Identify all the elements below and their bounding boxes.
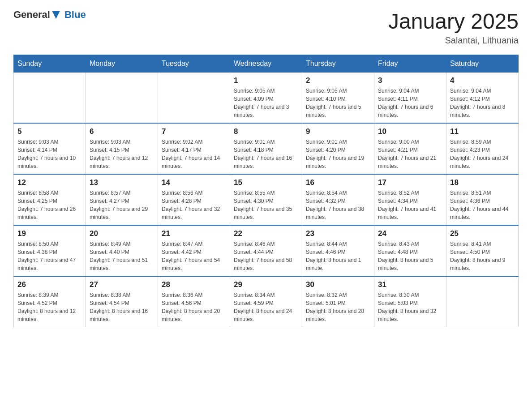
day-info: Sunrise: 8:52 AM Sunset: 4:34 PM Dayligh… bbox=[378, 189, 442, 221]
day-number: 31 bbox=[378, 280, 442, 289]
cell-w2-d6: 10Sunrise: 9:00 AM Sunset: 4:21 PM Dayli… bbox=[374, 123, 446, 174]
day-number: 8 bbox=[234, 127, 298, 136]
day-number: 27 bbox=[90, 280, 154, 289]
day-info: Sunrise: 9:02 AM Sunset: 4:17 PM Dayligh… bbox=[162, 138, 226, 170]
cell-w1-d7: 4Sunrise: 9:04 AM Sunset: 4:12 PM Daylig… bbox=[446, 73, 519, 124]
cell-w5-d6: 31Sunrise: 8:30 AM Sunset: 5:03 PM Dayli… bbox=[374, 276, 446, 327]
cell-w5-d4: 29Sunrise: 8:34 AM Sunset: 4:59 PM Dayli… bbox=[230, 276, 302, 327]
cell-w2-d3: 7Sunrise: 9:02 AM Sunset: 4:17 PM Daylig… bbox=[158, 123, 230, 174]
day-info: Sunrise: 9:01 AM Sunset: 4:18 PM Dayligh… bbox=[234, 138, 298, 170]
week-row-5: 26Sunrise: 8:39 AM Sunset: 4:52 PM Dayli… bbox=[14, 276, 519, 327]
header-tuesday: Tuesday bbox=[158, 55, 230, 73]
cell-w1-d5: 2Sunrise: 9:05 AM Sunset: 4:10 PM Daylig… bbox=[302, 73, 374, 124]
day-number: 7 bbox=[162, 127, 226, 136]
header-saturday: Saturday bbox=[446, 55, 519, 73]
day-info: Sunrise: 8:50 AM Sunset: 4:38 PM Dayligh… bbox=[17, 240, 82, 272]
day-info: Sunrise: 8:38 AM Sunset: 4:54 PM Dayligh… bbox=[90, 291, 154, 323]
cell-w4-d3: 21Sunrise: 8:47 AM Sunset: 4:42 PM Dayli… bbox=[158, 225, 230, 276]
day-number: 1 bbox=[234, 76, 298, 85]
cell-w2-d5: 9Sunrise: 9:01 AM Sunset: 4:20 PM Daylig… bbox=[302, 123, 374, 174]
title-section: January 2025 Salantai, Lithuania bbox=[388, 9, 519, 46]
day-info: Sunrise: 8:41 AM Sunset: 4:50 PM Dayligh… bbox=[450, 240, 515, 272]
day-number: 22 bbox=[234, 229, 298, 238]
day-number: 9 bbox=[306, 127, 370, 136]
day-number: 30 bbox=[306, 280, 370, 289]
day-number: 13 bbox=[90, 178, 154, 187]
cell-w5-d1: 26Sunrise: 8:39 AM Sunset: 4:52 PM Dayli… bbox=[14, 276, 86, 327]
day-number: 2 bbox=[306, 76, 370, 85]
cell-w1-d4: 1Sunrise: 9:05 AM Sunset: 4:09 PM Daylig… bbox=[230, 73, 302, 124]
cell-w5-d5: 30Sunrise: 8:32 AM Sunset: 5:01 PM Dayli… bbox=[302, 276, 374, 327]
day-number: 16 bbox=[306, 178, 370, 187]
day-info: Sunrise: 8:55 AM Sunset: 4:30 PM Dayligh… bbox=[234, 189, 298, 221]
header-row: Sunday Monday Tuesday Wednesday Thursday… bbox=[14, 55, 519, 73]
logo-triangle-icon bbox=[52, 11, 60, 19]
day-info: Sunrise: 9:04 AM Sunset: 4:11 PM Dayligh… bbox=[378, 87, 442, 119]
cell-w4-d1: 19Sunrise: 8:50 AM Sunset: 4:38 PM Dayli… bbox=[14, 225, 86, 276]
calendar-subtitle: Salantai, Lithuania bbox=[388, 35, 519, 46]
header-friday: Friday bbox=[374, 55, 446, 73]
logo-blue: Blue bbox=[64, 9, 86, 21]
svg-marker-0 bbox=[52, 11, 60, 19]
week-row-3: 12Sunrise: 8:58 AM Sunset: 4:25 PM Dayli… bbox=[14, 174, 519, 225]
day-info: Sunrise: 8:56 AM Sunset: 4:28 PM Dayligh… bbox=[162, 189, 226, 221]
day-info: Sunrise: 8:46 AM Sunset: 4:44 PM Dayligh… bbox=[234, 240, 298, 272]
day-info: Sunrise: 9:05 AM Sunset: 4:10 PM Dayligh… bbox=[306, 87, 370, 119]
cell-w1-d2 bbox=[86, 73, 158, 124]
header-thursday: Thursday bbox=[302, 55, 374, 73]
day-number: 20 bbox=[90, 229, 154, 238]
week-row-2: 5Sunrise: 9:03 AM Sunset: 4:14 PM Daylig… bbox=[14, 123, 519, 174]
day-info: Sunrise: 8:34 AM Sunset: 4:59 PM Dayligh… bbox=[234, 291, 298, 323]
cell-w3-d2: 13Sunrise: 8:57 AM Sunset: 4:27 PM Dayli… bbox=[86, 174, 158, 225]
calendar-title: January 2025 bbox=[388, 9, 519, 34]
day-info: Sunrise: 8:30 AM Sunset: 5:03 PM Dayligh… bbox=[378, 291, 442, 323]
day-number: 4 bbox=[450, 76, 515, 85]
day-number: 23 bbox=[306, 229, 370, 238]
day-number: 15 bbox=[234, 178, 298, 187]
day-number: 28 bbox=[162, 280, 226, 289]
day-info: Sunrise: 8:47 AM Sunset: 4:42 PM Dayligh… bbox=[162, 240, 226, 272]
day-info: Sunrise: 8:43 AM Sunset: 4:48 PM Dayligh… bbox=[378, 240, 442, 272]
cell-w3-d4: 15Sunrise: 8:55 AM Sunset: 4:30 PM Dayli… bbox=[230, 174, 302, 225]
day-number: 5 bbox=[17, 127, 82, 136]
header-sunday: Sunday bbox=[14, 55, 86, 73]
day-info: Sunrise: 8:32 AM Sunset: 5:01 PM Dayligh… bbox=[306, 291, 370, 323]
day-info: Sunrise: 9:01 AM Sunset: 4:20 PM Dayligh… bbox=[306, 138, 370, 170]
day-number: 21 bbox=[162, 229, 226, 238]
cell-w4-d6: 24Sunrise: 8:43 AM Sunset: 4:48 PM Dayli… bbox=[374, 225, 446, 276]
day-info: Sunrise: 9:00 AM Sunset: 4:21 PM Dayligh… bbox=[378, 138, 442, 170]
week-row-4: 19Sunrise: 8:50 AM Sunset: 4:38 PM Dayli… bbox=[14, 225, 519, 276]
cell-w2-d2: 6Sunrise: 9:03 AM Sunset: 4:15 PM Daylig… bbox=[86, 123, 158, 174]
day-info: Sunrise: 8:44 AM Sunset: 4:46 PM Dayligh… bbox=[306, 240, 370, 272]
cell-w3-d5: 16Sunrise: 8:54 AM Sunset: 4:32 PM Dayli… bbox=[302, 174, 374, 225]
header-wednesday: Wednesday bbox=[230, 55, 302, 73]
cell-w4-d7: 25Sunrise: 8:41 AM Sunset: 4:50 PM Dayli… bbox=[446, 225, 519, 276]
cell-w2-d7: 11Sunrise: 8:59 AM Sunset: 4:23 PM Dayli… bbox=[446, 123, 519, 174]
logo-general: General bbox=[13, 9, 50, 21]
day-info: Sunrise: 8:36 AM Sunset: 4:56 PM Dayligh… bbox=[162, 291, 226, 323]
cell-w4-d5: 23Sunrise: 8:44 AM Sunset: 4:46 PM Dayli… bbox=[302, 225, 374, 276]
day-info: Sunrise: 8:51 AM Sunset: 4:36 PM Dayligh… bbox=[450, 189, 515, 221]
cell-w1-d3 bbox=[158, 73, 230, 124]
day-info: Sunrise: 8:54 AM Sunset: 4:32 PM Dayligh… bbox=[306, 189, 370, 221]
day-info: Sunrise: 9:04 AM Sunset: 4:12 PM Dayligh… bbox=[450, 87, 515, 119]
day-number: 6 bbox=[90, 127, 154, 136]
cell-w5-d7 bbox=[446, 276, 519, 327]
day-number: 29 bbox=[234, 280, 298, 289]
day-info: Sunrise: 9:03 AM Sunset: 4:14 PM Dayligh… bbox=[17, 138, 82, 170]
day-info: Sunrise: 9:05 AM Sunset: 4:09 PM Dayligh… bbox=[234, 87, 298, 119]
day-number: 12 bbox=[17, 178, 82, 187]
cell-w3-d1: 12Sunrise: 8:58 AM Sunset: 4:25 PM Dayli… bbox=[14, 174, 86, 225]
day-number: 25 bbox=[450, 229, 515, 238]
cell-w2-d4: 8Sunrise: 9:01 AM Sunset: 4:18 PM Daylig… bbox=[230, 123, 302, 174]
cell-w5-d2: 27Sunrise: 8:38 AM Sunset: 4:54 PM Dayli… bbox=[86, 276, 158, 327]
calendar-table: Sunday Monday Tuesday Wednesday Thursday… bbox=[13, 55, 519, 327]
day-number: 3 bbox=[378, 76, 442, 85]
day-number: 17 bbox=[378, 178, 442, 187]
cell-w1-d1 bbox=[14, 73, 86, 124]
logo: General Blue bbox=[13, 9, 86, 21]
week-row-1: 1Sunrise: 9:05 AM Sunset: 4:09 PM Daylig… bbox=[14, 73, 519, 124]
day-info: Sunrise: 8:49 AM Sunset: 4:40 PM Dayligh… bbox=[90, 240, 154, 272]
day-number: 11 bbox=[450, 127, 515, 136]
day-info: Sunrise: 8:39 AM Sunset: 4:52 PM Dayligh… bbox=[17, 291, 82, 323]
